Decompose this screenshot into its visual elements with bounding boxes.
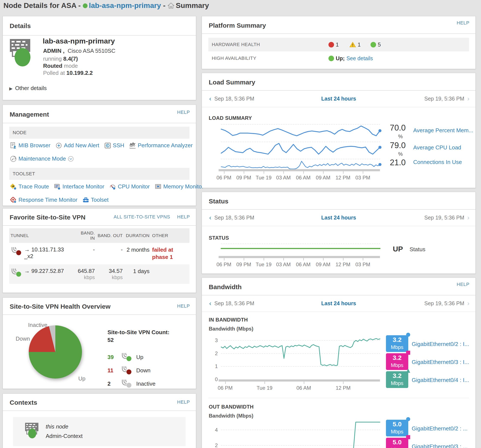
time-nav-next[interactable]: Sep 19, 5:36 PM›: [424, 95, 469, 102]
status-line-chart[interactable]: 06 PM09 PMTue 1903 AM06 AM09 AM12 PM03 P…: [221, 243, 380, 256]
connections-sparkline-chart[interactable]: 06 PM09 PMTue 1903 AM06 AM09 AM12 PM03 P…: [221, 159, 380, 169]
x-axis-label: Tue 19: [256, 175, 272, 181]
vpn-tunnel-name: → 10.131.71.33 _x2: [24, 246, 72, 261]
bandwidth-time-nav: ‹Sep 18, 5:36 PM Last 24 hours Sep 19, 5…: [202, 295, 475, 312]
management-link-mib-browser[interactable]: MIB Browser: [10, 142, 50, 149]
management-link-toolset[interactable]: Toolset: [83, 197, 109, 203]
in-bw-badge-ge0-2[interactable]: 3.2Mbps: [386, 335, 408, 352]
connections-legend-link[interactable]: Connections In Use: [413, 159, 462, 165]
hw-critical-indicator[interactable]: 1: [329, 42, 339, 48]
vpn-col-tunnel: TUNNEL: [9, 228, 74, 243]
cpu-sparkline-chart[interactable]: [221, 142, 380, 158]
series-marker-circle: [406, 333, 410, 337]
vpn-tunnel-cell[interactable]: → 99.227.52.87: [9, 264, 74, 284]
status-value: UP: [393, 245, 403, 253]
management-link-cpu-monitor[interactable]: CPU Monitor: [109, 183, 150, 190]
page-title: Node Details for ASA -: [3, 1, 81, 9]
hw-warning-indicator[interactable]: 1: [349, 42, 361, 48]
node-up-status-icon: [15, 48, 30, 66]
toolset-section-label: TOOLSET: [13, 171, 35, 177]
ok-count: 5: [378, 42, 381, 48]
pie-label-up: Up: [78, 375, 85, 382]
vpn-health-help-link[interactable]: HELP: [177, 303, 190, 309]
breadcrumb-node-link[interactable]: lab-asa-npm-primary: [89, 1, 161, 9]
time-nav-prev[interactable]: ‹Sep 18, 5:36 PM: [209, 300, 254, 307]
management-link-response-time-monitor[interactable]: Response Time Monitor: [10, 197, 77, 203]
management-link-label: MIB Browser: [18, 142, 50, 149]
platform-card-header: Platform Summary HELP: [202, 16, 475, 34]
in-bw-legend-link-ge0-2[interactable]: GigabitEthernet0/2 : I...: [412, 341, 469, 347]
cpu-legend-link[interactable]: Average CPU Load: [413, 144, 461, 151]
management-card: Management HELP NODE MIB BrowserAdd New …: [3, 105, 196, 206]
management-link-ssh[interactable]: SSH: [105, 142, 124, 149]
chart-scrollbar[interactable]: [219, 169, 380, 171]
favorite-vpn-help-link[interactable]: HELP: [177, 214, 190, 220]
out-bw-badge-ge0-2[interactable]: 5.0Mbps: [386, 420, 408, 436]
management-link-label: Add New Alert: [64, 142, 99, 149]
time-nav-next[interactable]: Sep 19, 5:36 PM›: [424, 214, 469, 221]
platform-help-link[interactable]: HELP: [457, 20, 469, 26]
node-section-band: NODE: [9, 127, 189, 139]
badge-unit: Mbps: [386, 380, 408, 386]
management-help-link[interactable]: HELP: [177, 110, 190, 115]
vpn-legend-row-up: 39Up: [107, 353, 143, 362]
management-link-add-new-alert[interactable]: Add New Alert: [56, 142, 99, 149]
management-link-interface-monitor[interactable]: Interface Monitor: [54, 183, 104, 190]
chevron-down-icon[interactable]: [68, 156, 74, 162]
y-axis-label: 4: [215, 427, 218, 433]
time-nav-prev[interactable]: ‹Sep 18, 5:36 PM: [209, 95, 254, 102]
series-marker-circle: [406, 417, 410, 421]
other-details-expander[interactable]: ▶Other details: [9, 85, 47, 92]
add-alert-icon: [56, 142, 62, 149]
in-bw-legend-link-ge0-4[interactable]: GigabitEthernet0/4 : I...: [412, 377, 469, 383]
vpn-tunnel-cell[interactable]: → 10.131.71.33 _x2: [9, 243, 74, 264]
vpn-legend-row-inactive: 2Inactive: [107, 379, 156, 388]
band-out-value: -: [121, 246, 123, 253]
badge-unit: Mbps: [386, 362, 408, 368]
vpn-table-row: → 99.227.52.87645.87kbps34.57kbps1 days: [9, 264, 189, 284]
load-chart-label: LOAD SUMMARY: [209, 115, 252, 121]
time-nav-next[interactable]: Sep 19, 5:36 PM›: [424, 300, 469, 307]
hw-ok-indicator[interactable]: 5: [370, 42, 381, 48]
series-end-dot: [378, 163, 382, 166]
vpn-band-out-cell: 34.57kbps: [96, 264, 124, 284]
management-link-trace-route[interactable]: Trace Route: [10, 183, 49, 190]
management-link-label: Maintenance Mode: [18, 155, 66, 162]
in-bw-badge-ge0-4[interactable]: 3.2Mbps: [386, 371, 408, 388]
other-details-label: Other details: [15, 85, 46, 91]
time-nav-range[interactable]: Last 24 hours: [321, 95, 356, 102]
all-vpns-link[interactable]: ALL SITE-TO-SITE VPNS: [113, 214, 170, 220]
out-bw-legend-link-ge0-3[interactable]: GigabitEthernet0/3 : ...: [412, 443, 467, 448]
context-item[interactable]: this node Admin-Context: [13, 417, 186, 446]
tunnel-down-icon: [121, 366, 132, 375]
management-link-memory-monitor[interactable]: Memory Monitor: [155, 183, 203, 190]
memory-legend-link[interactable]: Average Percent Mem...: [413, 127, 473, 134]
contexts-help-link[interactable]: HELP: [177, 399, 190, 405]
x-axis-tick: [283, 171, 284, 174]
trace-route-icon: [10, 184, 16, 190]
management-link-maintenance-mode[interactable]: Maintenance Mode: [10, 155, 74, 162]
critical-count: 1: [336, 42, 339, 48]
tunnel-inactive-icon: [121, 379, 132, 388]
in-bandwidth-chart[interactable]: 321006 PMTue 1906 AM12 PM: [221, 334, 380, 379]
time-nav-prev[interactable]: ‹Sep 18, 5:36 PM: [209, 214, 254, 221]
out-bandwidth-chart[interactable]: 4206 PMTue 1906 AM12 PM: [221, 418, 380, 448]
in-bw-badge-ge0-3[interactable]: 3.2Mbps: [386, 353, 408, 370]
in-bw-legend-link-ge0-3[interactable]: GigabitEthernet0/3 : I...: [412, 359, 469, 366]
out-bw-badge-ge0-3[interactable]: 5.0Mbps: [386, 438, 408, 448]
critical-dot-icon: [329, 42, 334, 47]
bandwidth-help-link[interactable]: HELP: [457, 282, 469, 287]
high-availability-row: HIGH AVAILABILITY Up;See details: [208, 51, 469, 65]
running-label: running: [43, 56, 62, 62]
ha-see-details-link[interactable]: See details: [346, 55, 373, 61]
time-nav-range[interactable]: Last 24 hours: [321, 214, 356, 221]
vpn-table: TUNNELBAND. INBAND. OUTDURATIONOTHER → 1…: [9, 228, 189, 284]
memory-sparkline-chart[interactable]: [221, 124, 380, 140]
chart-scrollbar[interactable]: [219, 379, 380, 382]
performance-analyzer-icon: [129, 142, 136, 149]
management-link-performance-analyzer[interactable]: Performance Analyzer: [129, 142, 193, 149]
chart-scrollbar[interactable]: [219, 256, 380, 258]
time-nav-range[interactable]: Last 24 hours: [321, 300, 356, 307]
out-bandwidth-label: OUT BANDWIDTH: [209, 404, 254, 410]
out-bw-legend-link-ge0-2[interactable]: GigabitEthernet0/2 : ...: [412, 425, 467, 432]
